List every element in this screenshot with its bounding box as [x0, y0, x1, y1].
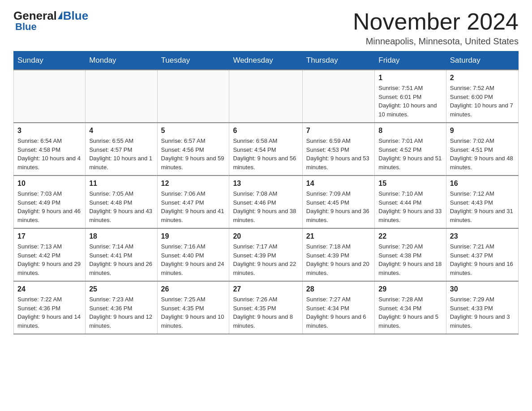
table-row: 20Sunrise: 7:17 AMSunset: 4:39 PMDayligh…	[229, 228, 302, 281]
month-title: November 2024	[353, 9, 519, 34]
calendar-week-row: 3Sunrise: 6:54 AMSunset: 4:58 PMDaylight…	[14, 123, 519, 176]
day-info: Sunrise: 7:06 AMSunset: 4:47 PMDaylight:…	[161, 189, 226, 224]
table-row: 6Sunrise: 6:58 AMSunset: 4:54 PMDaylight…	[229, 123, 302, 176]
table-row	[86, 70, 157, 123]
day-number: 4	[89, 127, 153, 135]
day-number: 27	[233, 285, 298, 293]
day-number: 8	[378, 127, 442, 135]
day-number: 12	[161, 180, 226, 188]
day-number: 28	[306, 285, 371, 293]
day-info: Sunrise: 7:27 AMSunset: 4:34 PMDaylight:…	[306, 295, 371, 330]
table-row: 18Sunrise: 7:14 AMSunset: 4:41 PMDayligh…	[86, 228, 157, 281]
table-row: 10Sunrise: 7:03 AMSunset: 4:49 PMDayligh…	[14, 176, 86, 228]
table-row: 2Sunrise: 7:52 AMSunset: 6:00 PMDaylight…	[446, 70, 518, 123]
table-row: 25Sunrise: 7:23 AMSunset: 4:36 PMDayligh…	[86, 281, 157, 334]
day-info: Sunrise: 7:08 AMSunset: 4:46 PMDaylight:…	[233, 189, 298, 224]
day-number: 9	[450, 127, 515, 135]
day-info: Sunrise: 7:51 AMSunset: 6:01 PMDaylight:…	[378, 84, 442, 119]
calendar-week-row: 10Sunrise: 7:03 AMSunset: 4:49 PMDayligh…	[14, 176, 519, 228]
day-number: 11	[89, 180, 153, 188]
day-number: 10	[17, 180, 82, 188]
day-number: 20	[233, 232, 298, 240]
day-info: Sunrise: 7:16 AMSunset: 4:40 PMDaylight:…	[161, 242, 226, 277]
table-row: 28Sunrise: 7:27 AMSunset: 4:34 PMDayligh…	[302, 281, 375, 334]
day-info: Sunrise: 7:52 AMSunset: 6:00 PMDaylight:…	[450, 84, 515, 119]
day-number: 30	[450, 285, 515, 293]
table-row: 5Sunrise: 6:57 AMSunset: 4:56 PMDaylight…	[157, 123, 229, 176]
day-number: 19	[161, 232, 226, 240]
day-info: Sunrise: 7:26 AMSunset: 4:35 PMDaylight:…	[233, 295, 298, 330]
day-number: 23	[450, 232, 515, 240]
table-row: 29Sunrise: 7:28 AMSunset: 4:34 PMDayligh…	[375, 281, 446, 334]
day-info: Sunrise: 7:03 AMSunset: 4:49 PMDaylight:…	[17, 189, 82, 224]
day-number: 29	[378, 285, 442, 293]
day-info: Sunrise: 7:05 AMSunset: 4:48 PMDaylight:…	[89, 189, 153, 224]
day-info: Sunrise: 7:14 AMSunset: 4:41 PMDaylight:…	[89, 242, 153, 277]
table-row: 27Sunrise: 7:26 AMSunset: 4:35 PMDayligh…	[229, 281, 302, 334]
table-row: 24Sunrise: 7:22 AMSunset: 4:36 PMDayligh…	[14, 281, 86, 334]
title-area: November 2024 Minneapolis, Minnesota, Un…	[353, 9, 519, 47]
calendar-header-row: Sunday Monday Tuesday Wednesday Thursday…	[14, 51, 519, 70]
logo-blue-text: Blue	[63, 9, 88, 23]
day-info: Sunrise: 7:02 AMSunset: 4:51 PMDaylight:…	[450, 137, 515, 171]
col-wednesday: Wednesday	[229, 51, 302, 70]
day-number: 13	[233, 180, 298, 188]
day-number: 21	[306, 232, 371, 240]
calendar-week-row: 24Sunrise: 7:22 AMSunset: 4:36 PMDayligh…	[14, 281, 519, 334]
day-info: Sunrise: 7:12 AMSunset: 4:43 PMDaylight:…	[450, 189, 515, 224]
table-row: 8Sunrise: 7:01 AMSunset: 4:52 PMDaylight…	[375, 123, 446, 176]
col-sunday: Sunday	[14, 51, 86, 70]
table-row: 3Sunrise: 6:54 AMSunset: 4:58 PMDaylight…	[14, 123, 86, 176]
col-tuesday: Tuesday	[157, 51, 229, 70]
day-number: 16	[450, 180, 515, 188]
day-info: Sunrise: 7:10 AMSunset: 4:44 PMDaylight:…	[378, 189, 442, 224]
day-number: 26	[161, 285, 226, 293]
table-row: 7Sunrise: 6:59 AMSunset: 4:53 PMDaylight…	[302, 123, 375, 176]
day-info: Sunrise: 7:09 AMSunset: 4:45 PMDaylight:…	[306, 189, 371, 224]
day-number: 7	[306, 127, 371, 135]
day-info: Sunrise: 6:54 AMSunset: 4:58 PMDaylight:…	[17, 137, 82, 171]
col-monday: Monday	[86, 51, 157, 70]
page-header: General Blue Blue November 2024 Minneapo…	[13, 9, 519, 47]
day-info: Sunrise: 7:18 AMSunset: 4:39 PMDaylight:…	[306, 242, 371, 277]
table-row: 21Sunrise: 7:18 AMSunset: 4:39 PMDayligh…	[302, 228, 375, 281]
day-number: 22	[378, 232, 442, 240]
table-row: 19Sunrise: 7:16 AMSunset: 4:40 PMDayligh…	[157, 228, 229, 281]
day-info: Sunrise: 6:55 AMSunset: 4:57 PMDaylight:…	[89, 137, 153, 171]
day-number: 25	[89, 285, 153, 293]
col-saturday: Saturday	[446, 51, 518, 70]
location-subtitle: Minneapolis, Minnesota, United States	[353, 36, 519, 47]
logo-triangle-icon	[58, 11, 62, 19]
table-row: 30Sunrise: 7:29 AMSunset: 4:33 PMDayligh…	[446, 281, 518, 334]
table-row: 14Sunrise: 7:09 AMSunset: 4:45 PMDayligh…	[302, 176, 375, 228]
table-row: 12Sunrise: 7:06 AMSunset: 4:47 PMDayligh…	[157, 176, 229, 228]
table-row: 11Sunrise: 7:05 AMSunset: 4:48 PMDayligh…	[86, 176, 157, 228]
day-number: 17	[17, 232, 82, 240]
table-row: 4Sunrise: 6:55 AMSunset: 4:57 PMDaylight…	[86, 123, 157, 176]
day-number: 5	[161, 127, 226, 135]
day-number: 2	[450, 74, 515, 82]
table-row: 23Sunrise: 7:21 AMSunset: 4:37 PMDayligh…	[446, 228, 518, 281]
day-info: Sunrise: 7:25 AMSunset: 4:35 PMDaylight:…	[161, 295, 226, 330]
day-number: 3	[17, 127, 82, 135]
table-row: 9Sunrise: 7:02 AMSunset: 4:51 PMDaylight…	[446, 123, 518, 176]
table-row	[302, 70, 375, 123]
day-info: Sunrise: 7:20 AMSunset: 4:38 PMDaylight:…	[378, 242, 442, 277]
day-number: 1	[378, 74, 442, 82]
day-number: 18	[89, 232, 153, 240]
col-thursday: Thursday	[302, 51, 375, 70]
day-number: 24	[17, 285, 82, 293]
table-row: 16Sunrise: 7:12 AMSunset: 4:43 PMDayligh…	[446, 176, 518, 228]
calendar-week-row: 1Sunrise: 7:51 AMSunset: 6:01 PMDaylight…	[14, 70, 519, 123]
table-row	[229, 70, 302, 123]
logo: General Blue Blue	[13, 9, 88, 33]
day-info: Sunrise: 7:28 AMSunset: 4:34 PMDaylight:…	[378, 295, 442, 330]
calendar-week-row: 17Sunrise: 7:13 AMSunset: 4:42 PMDayligh…	[14, 228, 519, 281]
day-info: Sunrise: 7:01 AMSunset: 4:52 PMDaylight:…	[378, 137, 442, 171]
table-row: 26Sunrise: 7:25 AMSunset: 4:35 PMDayligh…	[157, 281, 229, 334]
day-number: 15	[378, 180, 442, 188]
table-row: 17Sunrise: 7:13 AMSunset: 4:42 PMDayligh…	[14, 228, 86, 281]
day-info: Sunrise: 6:57 AMSunset: 4:56 PMDaylight:…	[161, 137, 226, 171]
calendar-table: Sunday Monday Tuesday Wednesday Thursday…	[13, 51, 519, 334]
day-info: Sunrise: 7:23 AMSunset: 4:36 PMDaylight:…	[89, 295, 153, 330]
